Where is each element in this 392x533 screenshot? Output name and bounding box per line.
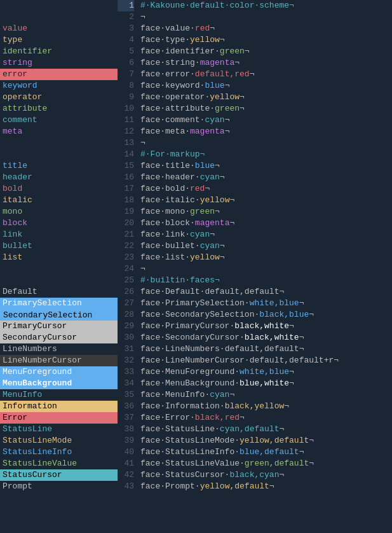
- line-number-29: 29: [118, 321, 134, 332]
- code-segment: #·builtin·faces¬: [140, 275, 220, 285]
- line-number-32: 32: [118, 355, 134, 366]
- line-number-1: 1: [118, 0, 134, 11]
- code-segment: ¬: [225, 115, 230, 125]
- line-number-17: 17: [118, 183, 134, 195]
- code-line-31: face·LineNumbers·default,default¬: [140, 343, 392, 355]
- code-segment: ·: [190, 24, 195, 33]
- left-label-20: block: [0, 218, 118, 229]
- line-number-27: 27: [118, 298, 134, 309]
- code-segment: face·identifier·: [140, 46, 220, 56]
- code-segment: ¬: [299, 344, 304, 354]
- code-segment: face·PrimaryCursor·: [140, 321, 234, 331]
- left-label-43: Prompt: [0, 481, 118, 492]
- code-segment: black,white: [245, 333, 299, 342]
- code-segment: ¬: [229, 195, 234, 205]
- left-label-36: Information: [0, 401, 118, 412]
- code-segment: red: [195, 24, 210, 33]
- line-number-23: 23: [118, 252, 134, 263]
- code-segment: face·: [140, 24, 165, 33]
- line-number-7: 7: [118, 69, 134, 80]
- left-label-27: PrimarySelection: [0, 298, 118, 309]
- left-label-5: identifier: [0, 46, 118, 57]
- left-label-13: [0, 137, 118, 149]
- left-label-29: PrimaryCursor: [0, 321, 118, 332]
- code-segment: ¬: [299, 333, 304, 342]
- line-number-3: 3: [118, 23, 134, 34]
- line-number-42: 42: [118, 469, 134, 481]
- code-segment: face·error·: [140, 69, 195, 79]
- code-segment: yellow,default: [200, 481, 269, 491]
- code-segment: black,cyan: [229, 470, 279, 480]
- code-segment: face·mono·: [140, 207, 190, 216]
- code-segment: face·PrimarySelection·: [140, 298, 250, 308]
- code-segment: default,default: [205, 287, 279, 296]
- left-label-16: header: [0, 172, 118, 183]
- left-gutter: valuetypeidentifierstringerrorkeywordope…: [0, 0, 118, 492]
- code-segment: ¬: [210, 24, 215, 33]
- line-number-15: 15: [118, 160, 134, 172]
- code-segment: ¬: [279, 287, 284, 296]
- code-segment: yellow: [210, 92, 240, 102]
- code-segment: face·Prompt·: [140, 481, 200, 491]
- left-label-11: comment: [0, 114, 118, 126]
- code-line-32: face·LineNumberCursor·default,default+r¬: [140, 355, 392, 366]
- code-segment: ¬: [309, 436, 314, 445]
- line-number-25: 25: [118, 275, 134, 286]
- code-segment: ¬: [240, 92, 245, 102]
- left-label-25: [0, 275, 118, 286]
- code-segment: face·block·: [140, 218, 195, 228]
- code-segment: ¬: [240, 104, 245, 113]
- left-label-3: value: [0, 23, 118, 34]
- code-line-29: face·PrimaryCursor·black,white¬: [140, 321, 392, 332]
- code-segment: ¬: [210, 230, 215, 239]
- code-segment: yellow,default: [240, 436, 309, 445]
- line-number-13: 13: [118, 137, 134, 149]
- code-segment: face·MenuForeground·: [140, 367, 240, 377]
- code-segment: face·LineNumbers·: [140, 344, 225, 354]
- left-label-26: Default: [0, 286, 118, 298]
- code-line-20: face·block·magenta¬: [140, 218, 392, 229]
- line-number-10: 10: [118, 103, 134, 114]
- code-segment: face·link·: [140, 230, 190, 239]
- code-segment: ¬: [220, 253, 225, 262]
- code-segment: face·attribute·: [140, 104, 215, 113]
- code-segment: ¬: [289, 378, 294, 388]
- left-label-2: [0, 11, 118, 23]
- left-label-14: [0, 149, 118, 160]
- left-label-4: type: [0, 34, 118, 46]
- code-segment: face·italic·: [140, 195, 200, 205]
- code-line-15: face·title·blue¬: [140, 160, 392, 172]
- line-number-5: 5: [118, 46, 134, 57]
- code-line-35: face·MenuInfo·cyan¬: [140, 389, 392, 401]
- line-number-8: 8: [118, 80, 134, 92]
- code-segment: face·LineNumberCursor·: [140, 356, 250, 365]
- code-segment: value: [165, 24, 190, 33]
- code-line-6: face·string·magenta¬: [140, 57, 392, 69]
- code-segment: ¬: [234, 58, 240, 67]
- code-segment: blue: [195, 161, 215, 170]
- code-segment: ¬: [279, 424, 284, 434]
- code-segment: face·StatusLineValue·: [140, 459, 245, 468]
- code-segment: ¬: [250, 69, 255, 79]
- line-number-9: 9: [118, 92, 134, 103]
- code-segment: ¬: [215, 207, 220, 216]
- code-segment: ¬: [279, 470, 284, 480]
- code-line-13: ¬: [140, 137, 392, 149]
- left-label-24: [0, 263, 118, 275]
- code-segment: face·StatusLineMode·: [140, 436, 240, 445]
- code-segment: face·bullet·: [140, 241, 200, 251]
- line-number-19: 19: [118, 206, 134, 218]
- code-segment: green: [190, 207, 215, 216]
- line-number-38: 38: [118, 424, 134, 435]
- code-line-19: face·mono·green¬: [140, 206, 392, 218]
- code-segment: ¬: [309, 310, 314, 319]
- code-line-10: face·attribute·green¬: [140, 103, 392, 114]
- left-label-19: mono: [0, 206, 118, 218]
- left-label-30: SecondaryCursor: [0, 332, 118, 343]
- line-number-28: 28: [118, 309, 134, 321]
- code-line-38: face·StatusLine·cyan,default¬: [140, 424, 392, 435]
- line-number-39: 39: [118, 435, 134, 446]
- code-segment: default,default: [225, 344, 299, 354]
- left-label-35: MenuInfo: [0, 389, 118, 401]
- code-line-30: face·SecondaryCursor·black,white¬: [140, 332, 392, 343]
